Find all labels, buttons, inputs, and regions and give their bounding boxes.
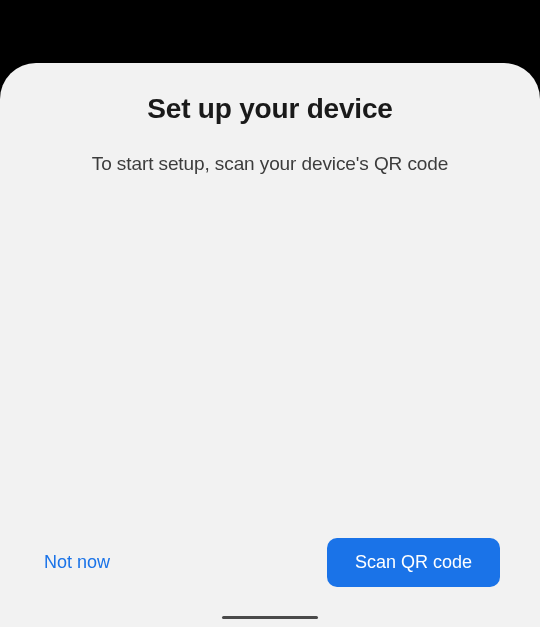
content-spacer [0,175,540,538]
action-row: Not now Scan QR code [0,538,540,627]
not-now-button[interactable]: Not now [40,542,114,583]
scan-qr-button[interactable]: Scan QR code [327,538,500,587]
dialog-title: Set up your device [0,93,540,125]
setup-bottom-sheet: Set up your device To start setup, scan … [0,63,540,627]
dialog-subtitle: To start setup, scan your device's QR co… [0,153,540,175]
navigation-handle[interactable] [222,616,318,619]
